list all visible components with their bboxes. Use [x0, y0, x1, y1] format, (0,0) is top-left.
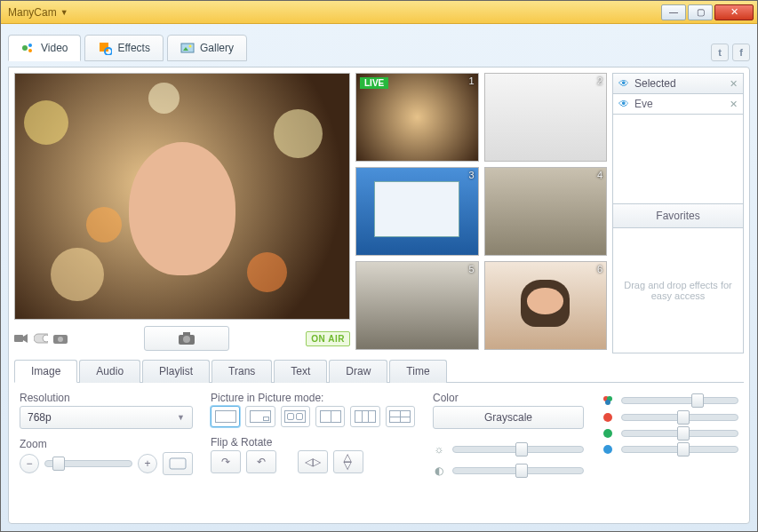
favorites-dropzone[interactable]: Drag and drop effects for easy access — [612, 228, 744, 353]
tab-label: Effects — [117, 42, 149, 54]
zoom-in-button[interactable]: + — [138, 454, 157, 473]
thumb-number: 6 — [597, 264, 602, 274]
source-thumb-2[interactable]: 2 — [484, 73, 608, 162]
svg-rect-15 — [183, 332, 190, 336]
svg-rect-8 — [14, 335, 23, 342]
brightness-slider[interactable] — [452, 446, 584, 453]
zoom-label: Zoom — [20, 438, 193, 450]
gallery-icon — [180, 41, 195, 55]
flip-vertical-button[interactable]: ◁▷ — [333, 450, 363, 473]
chevron-down-icon: ▼ — [177, 413, 185, 422]
source-thumb-4[interactable]: 4 — [484, 167, 608, 256]
zoom-slider[interactable] — [44, 460, 132, 467]
app-menu[interactable]: ManyCam ▼ — [1, 6, 68, 19]
toggle-icon[interactable] — [34, 332, 48, 345]
chevron-down-icon: ▼ — [60, 8, 68, 17]
pip-mode-none[interactable] — [211, 406, 240, 427]
camera-icon — [178, 331, 195, 345]
favorites-header: Favorites — [612, 204, 744, 228]
pip-mode-split-v[interactable] — [315, 406, 345, 427]
flip-horizontal-button[interactable]: ◁▷ — [298, 450, 328, 473]
lower-tab-text[interactable]: Text — [274, 360, 327, 383]
svg-point-0 — [22, 45, 28, 51]
svg-point-20 — [605, 400, 610, 405]
effects-icon — [98, 41, 112, 55]
lower-tab-trans[interactable]: Trans — [211, 360, 272, 383]
svg-point-16 — [183, 336, 190, 343]
lower-tab-audio[interactable]: Audio — [79, 360, 140, 383]
source-thumb-3[interactable]: 3 — [355, 167, 479, 256]
svg-point-1 — [28, 44, 32, 47]
green-icon — [602, 429, 614, 438]
contrast-icon: ◐ — [433, 465, 445, 477]
svg-rect-3 — [100, 43, 108, 52]
blue-icon — [602, 445, 614, 454]
source-thumb-6[interactable]: 6 — [484, 261, 608, 350]
source-thumb-5[interactable]: 5 — [355, 261, 479, 350]
thumb-number: 3 — [468, 170, 474, 180]
contrast-slider[interactable] — [452, 467, 584, 474]
resolution-value: 768p — [28, 411, 52, 424]
snapshot-button[interactable] — [144, 326, 229, 351]
minimize-button[interactable]: — — [661, 4, 686, 20]
record-icon[interactable] — [14, 332, 28, 345]
pip-mode-corner[interactable] — [245, 406, 275, 427]
lower-tab-image[interactable]: Image — [14, 360, 77, 383]
app-title: ManyCam — [8, 6, 57, 19]
pip-mode-quad[interactable] — [386, 406, 415, 427]
zoom-region-button[interactable] — [163, 452, 193, 475]
resolution-label: Resolution — [20, 392, 193, 404]
item-label: Eve — [634, 98, 653, 110]
thumb-number: 1 — [468, 75, 474, 86]
resolution-select[interactable]: 768p ▼ — [20, 406, 193, 429]
tab-effects[interactable]: Effects — [84, 35, 163, 61]
on-air-badge: ON AIR — [306, 331, 350, 346]
close-icon[interactable]: ✕ — [730, 78, 738, 90]
svg-point-7 — [188, 45, 191, 48]
main-preview[interactable] — [14, 73, 350, 320]
svg-point-13 — [58, 337, 63, 342]
facebook-button[interactable]: f — [732, 44, 750, 61]
source-thumb-1[interactable]: LIVE 1 — [355, 73, 479, 162]
tab-label: Gallery — [200, 42, 234, 54]
lower-tab-time[interactable]: Time — [389, 360, 446, 383]
rotate-cw-button[interactable]: ↷ — [211, 450, 241, 473]
lower-tab-playlist[interactable]: Playlist — [142, 360, 210, 383]
eye-icon: 👁 — [618, 98, 629, 110]
pip-mode-double[interactable] — [281, 406, 310, 427]
grayscale-button[interactable]: Grayscale — [433, 406, 584, 429]
blue-slider[interactable] — [621, 446, 738, 453]
rgb-icon — [602, 395, 614, 406]
twitter-button[interactable]: t — [711, 44, 729, 61]
zoom-out-button[interactable]: − — [20, 454, 39, 473]
maximize-button[interactable]: ▢ — [688, 4, 713, 20]
pip-label: Picture in Picture mode: — [211, 392, 415, 404]
lower-tab-draw[interactable]: Draw — [329, 360, 387, 383]
tab-video[interactable]: Video — [8, 35, 81, 61]
svg-point-2 — [28, 49, 32, 52]
red-slider[interactable] — [621, 414, 738, 421]
green-slider[interactable] — [621, 430, 738, 437]
color-label: Color — [433, 392, 584, 404]
eye-icon: 👁 — [618, 77, 629, 90]
camera-icon[interactable] — [53, 332, 68, 345]
selected-label: Selected — [634, 77, 676, 90]
selected-item-eve[interactable]: 👁 Eve ✕ — [612, 94, 744, 115]
rotate-ccw-button[interactable]: ↶ — [246, 450, 276, 473]
tab-gallery[interactable]: Gallery — [167, 35, 247, 61]
brightness-icon: ☼ — [433, 443, 445, 456]
pip-mode-triple[interactable] — [350, 406, 379, 427]
red-icon — [602, 413, 614, 422]
tab-label: Video — [41, 42, 68, 54]
live-badge: LIVE — [360, 77, 388, 89]
svg-rect-5 — [181, 44, 194, 52]
rgb-slider[interactable] — [621, 397, 738, 404]
svg-marker-9 — [23, 334, 28, 343]
titlebar: ManyCam ▼ — ▢ ✕ — [1, 1, 757, 24]
close-button[interactable]: ✕ — [714, 4, 754, 20]
thumb-number: 2 — [597, 75, 602, 86]
thumb-number: 5 — [468, 264, 474, 274]
selected-header: 👁 Selected ✕ — [612, 73, 744, 94]
close-icon[interactable]: ✕ — [730, 99, 738, 110]
video-icon — [21, 41, 36, 55]
